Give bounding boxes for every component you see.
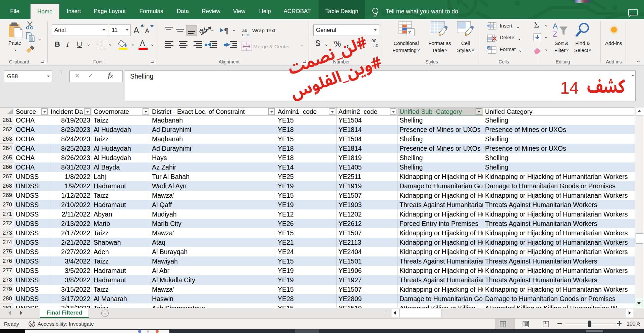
svg-text:ab: ab — [199, 26, 207, 34]
svg-text:c: c — [242, 32, 245, 37]
svg-text:A: A — [553, 22, 558, 30]
svg-text:14: 14 — [560, 79, 579, 97]
svg-text:¶: ¶ — [224, 26, 228, 35]
svg-text:Z: Z — [553, 30, 557, 38]
